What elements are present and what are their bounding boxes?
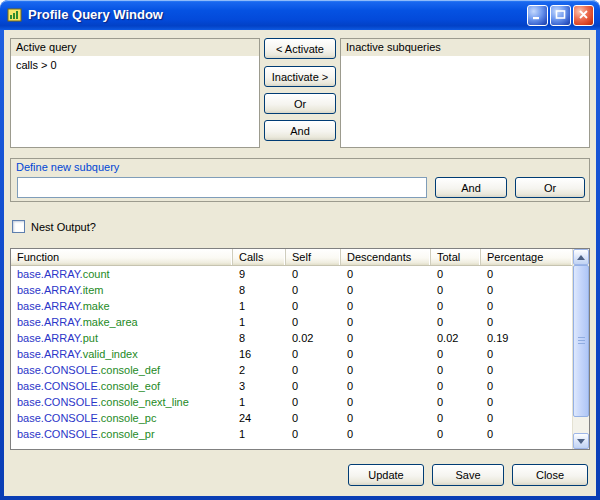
function-text: item bbox=[83, 284, 104, 296]
table-row[interactable]: base.CONSOLE.console_eof30000 bbox=[11, 378, 572, 394]
function-text: base. bbox=[17, 428, 44, 440]
function-text: console_def bbox=[101, 364, 160, 376]
scroll-thumb[interactable] bbox=[573, 265, 589, 417]
cell-total: 0 bbox=[431, 426, 481, 442]
cell-calls: 3 bbox=[233, 378, 286, 394]
column-header-self[interactable]: Self bbox=[286, 249, 341, 265]
cell-self: 0 bbox=[286, 378, 341, 394]
profile-query-window: Profile Query Window Active query bbox=[0, 0, 600, 500]
cell-descendants: 0 bbox=[341, 362, 431, 378]
and-button[interactable]: And bbox=[435, 177, 507, 198]
cell-descendants: 0 bbox=[341, 330, 431, 346]
cell-percentage: 0 bbox=[481, 394, 572, 410]
nest-output-row: Nest Output? bbox=[12, 219, 96, 234]
inactive-subqueries-label: Inactive subqueries bbox=[341, 39, 589, 56]
column-header-descendants[interactable]: Descendants bbox=[341, 249, 431, 265]
vertical-scrollbar[interactable] bbox=[572, 249, 589, 449]
function-text: ARRAY. bbox=[44, 300, 83, 312]
define-subquery-panel: Define new subquery And Or bbox=[10, 158, 590, 202]
active-query-panel: Active query calls > 0 bbox=[10, 38, 260, 148]
cell-percentage: 0 bbox=[481, 266, 572, 282]
results-table-main: Function Calls Self Descendants Total Pe… bbox=[11, 249, 572, 449]
function-text: CONSOLE. bbox=[44, 412, 101, 424]
cell-total: 0 bbox=[431, 346, 481, 362]
table-body: base.ARRAY.count90000base.ARRAY.item8000… bbox=[11, 266, 572, 449]
cell-descendants: 0 bbox=[341, 314, 431, 330]
column-header-calls[interactable]: Calls bbox=[233, 249, 286, 265]
nest-output-checkbox[interactable] bbox=[12, 220, 25, 233]
table-row[interactable]: base.ARRAY.valid_index160000 bbox=[11, 346, 572, 362]
table-row[interactable]: base.CONSOLE.console_pr10000 bbox=[11, 426, 572, 442]
cell-percentage: 0 bbox=[481, 298, 572, 314]
cell-total: 0 bbox=[431, 298, 481, 314]
cell-percentage: 0 bbox=[481, 346, 572, 362]
client-area: Active query calls > 0 < Activate Inacti… bbox=[4, 30, 596, 496]
cell-total: 0.02 bbox=[431, 330, 481, 346]
or-transfer-button[interactable]: Or bbox=[264, 93, 336, 114]
window-controls bbox=[527, 5, 594, 26]
active-query-list[interactable]: calls > 0 bbox=[11, 56, 259, 147]
function-text: base. bbox=[17, 412, 44, 424]
function-text: ARRAY. bbox=[44, 268, 83, 280]
function-text: console_eof bbox=[101, 380, 160, 392]
function-text: CONSOLE. bbox=[44, 364, 101, 376]
function-text: ARRAY. bbox=[44, 284, 83, 296]
function-text: ARRAY. bbox=[44, 332, 83, 344]
function-text: make_area bbox=[83, 316, 138, 328]
maximize-button[interactable] bbox=[550, 5, 571, 26]
scroll-up-button[interactable] bbox=[573, 249, 589, 265]
or-button[interactable]: Or bbox=[515, 177, 585, 198]
inactivate-button[interactable]: Inactivate > bbox=[264, 66, 336, 87]
table-row[interactable]: base.ARRAY.make_area10000 bbox=[11, 314, 572, 330]
cell-calls: 8 bbox=[233, 282, 286, 298]
active-query-label: Active query bbox=[11, 39, 259, 56]
title-bar[interactable]: Profile Query Window bbox=[0, 0, 600, 30]
cell-descendants: 0 bbox=[341, 346, 431, 362]
and-transfer-button[interactable]: And bbox=[264, 120, 336, 141]
table-row[interactable]: base.ARRAY.item80000 bbox=[11, 282, 572, 298]
cell-self: 0 bbox=[286, 394, 341, 410]
cell-calls: 24 bbox=[233, 410, 286, 426]
cell-function: base.CONSOLE.console_pr bbox=[11, 426, 233, 442]
cell-self: 0 bbox=[286, 282, 341, 298]
update-button[interactable]: Update bbox=[348, 464, 424, 486]
cell-percentage: 0 bbox=[481, 378, 572, 394]
cell-total: 0 bbox=[431, 282, 481, 298]
cell-self: 0 bbox=[286, 314, 341, 330]
function-text: base. bbox=[17, 364, 44, 376]
minimize-icon bbox=[532, 8, 543, 23]
cell-descendants: 0 bbox=[341, 298, 431, 314]
cell-self: 0 bbox=[286, 362, 341, 378]
function-text: console_next_line bbox=[101, 396, 189, 408]
column-header-total[interactable]: Total bbox=[431, 249, 481, 265]
table-row[interactable]: base.ARRAY.count90000 bbox=[11, 266, 572, 282]
inactive-subqueries-list[interactable] bbox=[341, 56, 589, 147]
cell-descendants: 0 bbox=[341, 282, 431, 298]
close-window-button[interactable]: Close bbox=[512, 464, 588, 486]
table-row[interactable]: base.CONSOLE.console_def20000 bbox=[11, 362, 572, 378]
table-row[interactable]: base.ARRAY.make10000 bbox=[11, 298, 572, 314]
close-button[interactable] bbox=[573, 5, 594, 26]
cell-total: 0 bbox=[431, 378, 481, 394]
cell-descendants: 0 bbox=[341, 410, 431, 426]
cell-calls: 8 bbox=[233, 330, 286, 346]
table-row[interactable]: base.ARRAY.put80.0200.020.19 bbox=[11, 330, 572, 346]
column-header-percentage[interactable]: Percentage bbox=[481, 249, 572, 265]
cell-function: base.ARRAY.valid_index bbox=[11, 346, 233, 362]
function-text: base. bbox=[17, 300, 44, 312]
cell-descendants: 0 bbox=[341, 426, 431, 442]
cell-percentage: 0.19 bbox=[481, 330, 572, 346]
table-row[interactable]: base.CONSOLE.console_next_line10000 bbox=[11, 394, 572, 410]
table-row[interactable]: base.CONSOLE.console_pc240000 bbox=[11, 410, 572, 426]
column-header-function[interactable]: Function bbox=[11, 249, 233, 265]
new-subquery-input[interactable] bbox=[17, 177, 427, 198]
scroll-down-button[interactable] bbox=[573, 433, 589, 449]
cell-total: 0 bbox=[431, 410, 481, 426]
arrow-down-icon bbox=[577, 439, 585, 444]
minimize-button[interactable] bbox=[527, 5, 548, 26]
active-query-item[interactable]: calls > 0 bbox=[11, 56, 259, 74]
save-button[interactable]: Save bbox=[432, 464, 504, 486]
function-text: make bbox=[83, 300, 110, 312]
activate-button[interactable]: < Activate bbox=[264, 38, 336, 59]
cell-descendants: 0 bbox=[341, 394, 431, 410]
